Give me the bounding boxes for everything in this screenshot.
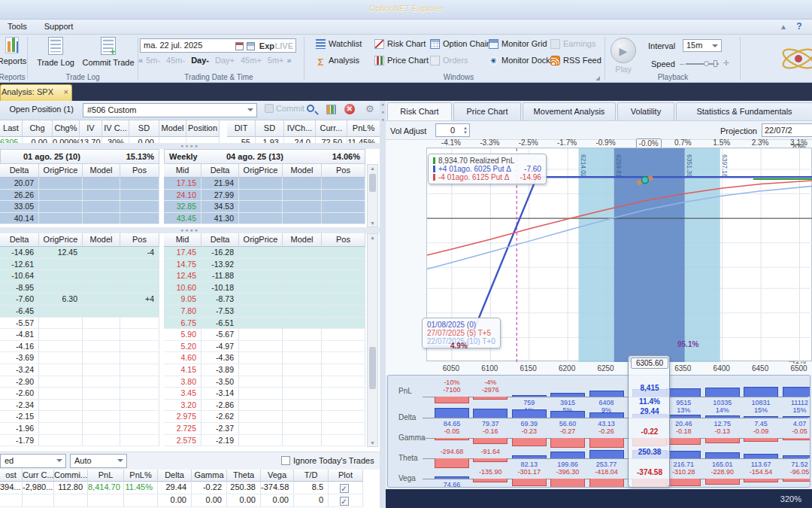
scrollbar[interactable]: ▲▼ xyxy=(367,164,378,227)
column-header-Curr...[interactable]: Curr... xyxy=(316,120,347,137)
ribbon-button-rss-feed[interactable]: RSS Feed xyxy=(550,56,601,69)
splitter-handle[interactable]: ●●●● xyxy=(0,143,380,149)
commit-button[interactable]: Commit xyxy=(265,104,304,113)
checkbox-checked-icon[interactable]: ✓ xyxy=(340,497,349,506)
spinner-down-icon[interactable]: ▼ xyxy=(463,131,468,135)
column-header-OrigPrice[interactable]: OrigPrice xyxy=(39,233,83,247)
nav-45m+[interactable]: 45m+ xyxy=(238,56,265,65)
nav-Day+[interactable]: Day+ xyxy=(212,56,238,65)
trading-date-input[interactable]: ma. 22 jul. 2025 Exp LIVE xyxy=(140,38,296,53)
column-header-Model[interactable]: Model xyxy=(83,233,120,247)
column-header-Commi...[interactable]: Commi... xyxy=(54,470,88,482)
expiration-header[interactable]: 01 ago. 25 (10)15.13% xyxy=(0,149,159,164)
grouping-select[interactable]: Auto xyxy=(70,454,127,468)
column-header-Model[interactable]: Model xyxy=(159,120,186,137)
calendar-icon[interactable] xyxy=(235,42,244,50)
column-header-SD[interactable]: SD xyxy=(129,120,159,137)
ribbon-button-option-chain[interactable]: Option Chain xyxy=(430,39,491,53)
nav-5m+[interactable]: 5m+ xyxy=(265,56,287,65)
column-header-Delta[interactable]: Delta xyxy=(0,233,39,247)
time-picker-icon[interactable] xyxy=(247,42,255,50)
tab-analysis-spx[interactable]: Analysis: SPX × xyxy=(0,84,72,101)
column-header-Mid[interactable]: Mid xyxy=(164,233,201,247)
close-tab-icon[interactable]: × xyxy=(64,87,68,96)
tab-movement-analysis[interactable]: Movement Analysis xyxy=(523,102,616,120)
column-header-Pos[interactable]: Pos xyxy=(322,164,365,178)
column-header-Model[interactable]: Model xyxy=(83,164,120,178)
column-header-Curr C...[interactable]: Curr C... xyxy=(23,470,54,482)
column-header-Theta[interactable]: Theta xyxy=(227,470,261,482)
checkbox-checked-icon[interactable]: ✓ xyxy=(340,484,349,493)
vol-adjust-stepper[interactable]: 0 ▲ ▼ xyxy=(435,123,470,137)
menu-tools[interactable]: Tools xyxy=(0,20,35,33)
column-header-Delta[interactable]: Delta xyxy=(201,233,239,247)
ribbon-button-analysis[interactable]: ΣAnalysis xyxy=(316,56,359,69)
collapse-ribbon-icon[interactable]: ▲ xyxy=(777,23,790,31)
nav-45m-[interactable]: 45m- xyxy=(163,56,188,65)
column-header-Gamma[interactable]: Gamma xyxy=(192,470,227,482)
play-button[interactable]: ▶ xyxy=(611,38,636,63)
commit-trade-button[interactable]: + Commit Trade xyxy=(80,37,137,70)
column-header-SD[interactable]: SD xyxy=(256,120,284,137)
tab-risk-chart[interactable]: Risk Chart xyxy=(387,102,452,120)
column-header-Plot[interactable]: Plot xyxy=(329,470,363,482)
column-header-Chg[interactable]: Chg xyxy=(23,120,53,137)
trade-filter-select[interactable]: ed xyxy=(0,454,66,468)
column-header-PnL%[interactable]: PnL% xyxy=(124,470,158,482)
column-header-OrigPrice[interactable]: OrigPrice xyxy=(39,164,83,178)
column-header-Mid[interactable]: Mid xyxy=(164,164,201,178)
exp-button[interactable]: Exp xyxy=(259,41,274,50)
search-icon[interactable] xyxy=(307,105,314,112)
speed-slider[interactable]: – ✛ xyxy=(680,60,729,68)
ignore-todays-trades-checkbox[interactable]: Ignore Today's Trades xyxy=(281,456,374,465)
menu-support[interactable]: Support xyxy=(37,20,81,33)
column-header-DIT[interactable]: DIT xyxy=(227,120,256,137)
speed-slider-thumb[interactable] xyxy=(704,61,709,66)
gear-icon[interactable]: ⚙ xyxy=(365,103,374,114)
column-header-Pos[interactable]: Pos xyxy=(120,164,159,178)
ribbon-button-monitor-dock[interactable]: Monitor Dock xyxy=(489,56,550,69)
help-icon[interactable]: ? xyxy=(792,21,806,32)
column-header-Pos[interactable]: Pos xyxy=(120,233,159,247)
column-header-OrigPrice[interactable]: OrigPrice xyxy=(239,233,283,247)
live-button[interactable]: LIVE xyxy=(275,41,293,50)
column-header-Model[interactable]: Model xyxy=(283,233,322,247)
ribbon-button-risk-chart[interactable]: Risk Chart xyxy=(374,39,426,53)
column-header-PnL%[interactable]: PnL% xyxy=(347,120,380,137)
ribbon-button-watchlist[interactable]: Watchlist xyxy=(316,39,362,53)
tab-statistics-fundamentals[interactable]: Statistics & Fundamentals xyxy=(676,102,812,120)
splitter-handle[interactable]: ●●●● xyxy=(0,227,380,233)
strategy-select[interactable]: #506 Custom xyxy=(83,103,257,117)
scrollbar-thumb[interactable] xyxy=(369,174,376,192)
speed-slider-thumb2[interactable] xyxy=(714,60,717,67)
expiration-header[interactable]: Weekly04 ago. 25 (13)14.06% xyxy=(164,149,365,164)
ribbon-button-monitor-grid[interactable]: Monitor Grid xyxy=(489,39,547,53)
nav-Day-[interactable]: Day- xyxy=(188,56,212,65)
projection-date-input[interactable]: 22/07/2 xyxy=(762,123,812,137)
plot-checkbox[interactable]: ✓ xyxy=(329,494,363,507)
column-header-PnL[interactable]: PnL xyxy=(88,470,124,482)
scrollbar-thumb[interactable] xyxy=(369,347,376,389)
ribbon-button-price-chart[interactable]: Price Chart xyxy=(374,56,429,69)
column-header-IV[interactable]: IV xyxy=(80,120,102,137)
column-header-IVCh...[interactable]: IVCh... xyxy=(284,120,316,137)
plot-checkbox[interactable]: ✓ xyxy=(329,482,363,494)
tab-price-chart[interactable]: Price Chart xyxy=(453,102,521,120)
column-header-Position[interactable]: Position xyxy=(186,120,220,137)
step-forward-icon[interactable]: » xyxy=(287,56,292,65)
nav-5m-[interactable]: 5m- xyxy=(143,56,163,65)
column-header-Model[interactable]: Model xyxy=(283,164,322,178)
trade-log-button[interactable]: Trade Log xyxy=(29,37,83,70)
interval-select[interactable]: 15m xyxy=(683,39,722,52)
column-header-Pos[interactable]: Pos xyxy=(322,233,365,247)
column-header-OrigPrice[interactable]: OrigPrice xyxy=(239,164,283,178)
column-header-Last[interactable]: Last xyxy=(0,120,23,137)
tab-volatility[interactable]: Volatility xyxy=(617,102,674,120)
column-header-T/D[interactable]: T/D xyxy=(294,470,329,482)
close-position-icon[interactable]: ✕ xyxy=(344,104,355,114)
column-header-Chg%[interactable]: Chg% xyxy=(53,120,80,137)
windows-dialog-launcher-icon[interactable] xyxy=(595,76,600,81)
ledger-icon[interactable] xyxy=(326,105,336,114)
column-header-IV C...[interactable]: IV C... xyxy=(102,120,129,137)
column-header-Delta[interactable]: Delta xyxy=(201,164,239,178)
